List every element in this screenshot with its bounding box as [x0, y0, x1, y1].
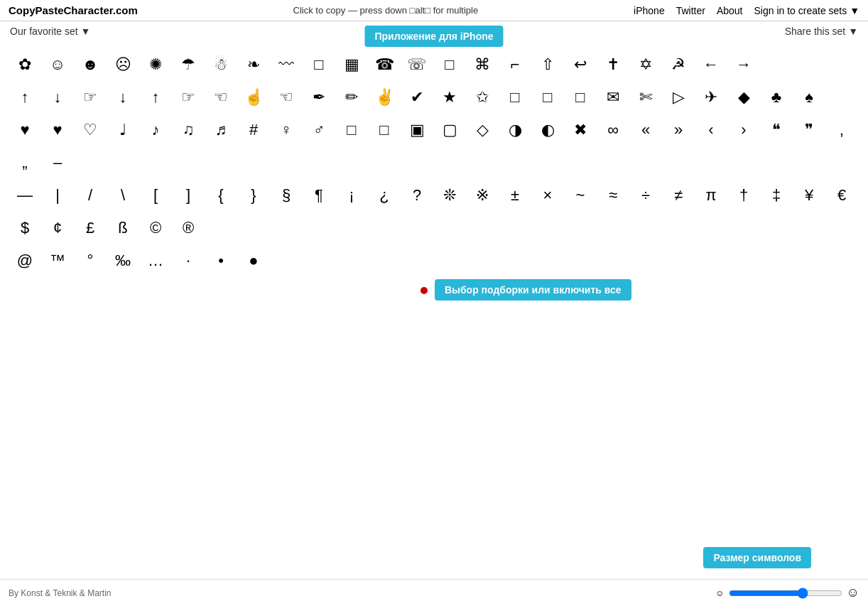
site-name[interactable]: CopyPasteCharacter.com: [9, 4, 138, 16]
symbol-char[interactable]: ‚: [825, 114, 858, 146]
symbol-char[interactable]: ‡: [760, 179, 793, 212]
symbol-char[interactable]: }: [237, 179, 270, 212]
symbol-char[interactable]: ¿: [368, 179, 401, 212]
symbol-char[interactable]: ←: [695, 48, 727, 81]
symbol-char[interactable]: „: [9, 146, 41, 179]
symbol-char[interactable]: {: [205, 179, 237, 212]
symbol-char[interactable]: □: [531, 81, 564, 114]
symbol-char[interactable]: ◇: [466, 114, 499, 146]
symbol-char[interactable]: ♣: [760, 81, 793, 114]
symbol-char[interactable]: ☹: [107, 48, 139, 81]
symbol-char[interactable]: ≠: [662, 179, 695, 212]
symbol-char[interactable]: ♬: [205, 114, 237, 146]
symbol-char[interactable]: ×: [531, 179, 564, 212]
symbol-char[interactable]: ¶: [303, 179, 335, 212]
symbol-char[interactable]: ❞: [793, 114, 825, 146]
symbol-char[interactable]: ¡: [335, 179, 368, 212]
symbol-char[interactable]: ™: [41, 244, 74, 277]
symbol-char[interactable]: ⌐: [499, 48, 531, 81]
symbol-char[interactable]: …: [139, 244, 172, 277]
symbol-char[interactable]: #: [237, 114, 270, 146]
symbol-char[interactable]: ]: [172, 179, 205, 212]
symbol-char[interactable]: ☺: [41, 48, 74, 81]
symbol-char[interactable]: ※: [466, 179, 499, 212]
symbol-char[interactable]: ®: [172, 212, 205, 244]
symbol-char[interactable]: ◐: [531, 114, 564, 146]
iphone-link[interactable]: iPhone: [634, 5, 665, 16]
symbol-char[interactable]: π: [695, 179, 727, 212]
symbol-char[interactable]: ✔: [401, 81, 433, 114]
symbol-char[interactable]: ♥: [9, 114, 41, 146]
symbol-char[interactable]: §: [270, 179, 303, 212]
symbol-char[interactable]: ▣: [401, 114, 433, 146]
symbol-char[interactable]: \: [107, 179, 139, 212]
symbol-char[interactable]: ♪: [139, 114, 172, 146]
symbol-char[interactable]: ↑: [139, 81, 172, 114]
symbol-char[interactable]: ☎: [368, 48, 401, 81]
symbol-char[interactable]: «: [629, 114, 662, 146]
symbol-char[interactable]: ♡: [74, 114, 107, 146]
symbol-char[interactable]: ⌘: [466, 48, 499, 81]
symbol-char[interactable]: 〰: [270, 48, 303, 81]
symbol-char[interactable]: ✖: [564, 114, 597, 146]
symbol-char[interactable]: ✒: [303, 81, 335, 114]
symbol-char[interactable]: ✄: [629, 81, 662, 114]
symbol-char[interactable]: $: [9, 212, 41, 244]
symbol-char[interactable]: ✌: [368, 81, 401, 114]
symbol-char[interactable]: ↓: [107, 81, 139, 114]
symbol-char[interactable]: ●: [237, 244, 270, 277]
symbol-char[interactable]: °: [74, 244, 107, 277]
symbol-char[interactable]: †: [727, 179, 760, 212]
symbol-char[interactable]: ♀: [270, 114, 303, 146]
symbol-char[interactable]: ◆: [727, 81, 760, 114]
symbol-char[interactable]: ✡: [629, 48, 662, 81]
symbol-char[interactable]: ¢: [41, 212, 74, 244]
symbol-char[interactable]: □: [368, 114, 401, 146]
twitter-link[interactable]: Twitter: [676, 5, 705, 16]
symbol-char[interactable]: ·: [172, 244, 205, 277]
symbol-char[interactable]: ☂: [172, 48, 205, 81]
symbol-char[interactable]: ✉: [597, 81, 629, 114]
symbol-char[interactable]: ☭: [662, 48, 695, 81]
symbol-char[interactable]: ☜: [270, 81, 303, 114]
symbol-char[interactable]: ♠: [793, 81, 825, 114]
about-link[interactable]: About: [717, 5, 743, 16]
symbol-char[interactable]: ♫: [172, 114, 205, 146]
symbol-char[interactable]: ✩: [466, 81, 499, 114]
symbol-char[interactable]: ♩: [107, 114, 139, 146]
symbol-char[interactable]: ✝: [597, 48, 629, 81]
symbol-char[interactable]: ↑: [9, 81, 41, 114]
symbol-char[interactable]: ★: [433, 81, 466, 114]
symbol-char[interactable]: €: [825, 179, 858, 212]
symbol-char[interactable]: ☝: [237, 81, 270, 114]
symbol-char[interactable]: @: [9, 244, 41, 277]
symbol-char[interactable]: ▷: [662, 81, 695, 114]
symbol-char[interactable]: ✈: [695, 81, 727, 114]
symbol-char[interactable]: ‰: [107, 244, 139, 277]
symbol-char[interactable]: ☞: [74, 81, 107, 114]
share-set[interactable]: Share this set ▼: [785, 26, 858, 37]
signin-link[interactable]: Sign in to create sets ▼: [754, 5, 859, 16]
symbol-char[interactable]: |: [41, 179, 74, 212]
symbol-char[interactable]: □: [335, 114, 368, 146]
symbol-char[interactable]: –: [41, 146, 74, 179]
symbol-char[interactable]: ☜: [205, 81, 237, 114]
symbol-char[interactable]: ☻: [74, 48, 107, 81]
symbol-char[interactable]: —: [9, 179, 41, 212]
symbol-char[interactable]: ¥: [793, 179, 825, 212]
symbol-char[interactable]: [: [139, 179, 172, 212]
symbol-char[interactable]: ⇧: [531, 48, 564, 81]
symbol-char[interactable]: ✿: [9, 48, 41, 81]
symbol-char[interactable]: £: [74, 212, 107, 244]
symbol-char[interactable]: □: [303, 48, 335, 81]
symbol-char[interactable]: □: [499, 81, 531, 114]
symbol-char[interactable]: ∞: [597, 114, 629, 146]
symbol-char[interactable]: ©: [139, 212, 172, 244]
symbol-char[interactable]: ‹: [695, 114, 727, 146]
symbol-char[interactable]: ±: [499, 179, 531, 212]
symbol-char[interactable]: ❝: [760, 114, 793, 146]
symbol-char[interactable]: /: [74, 179, 107, 212]
symbol-char[interactable]: ❊: [433, 179, 466, 212]
symbol-char[interactable]: •: [205, 244, 237, 277]
symbol-char[interactable]: ✺: [139, 48, 172, 81]
